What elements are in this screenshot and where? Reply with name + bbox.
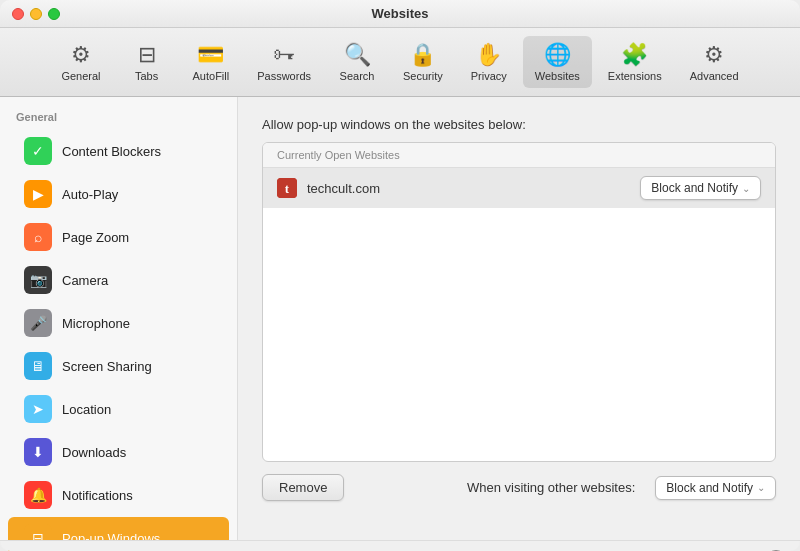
toolbar-item-security[interactable]: 🔒Security [391, 36, 455, 88]
general-icon: ⚙ [71, 42, 91, 68]
screen-sharing-icon: 🖥 [24, 352, 52, 380]
title-bar: Websites [0, 0, 800, 28]
websites-icon: 🌐 [544, 42, 571, 68]
main-content: General ✓Content Blockers▶Auto-Play⌕Page… [0, 97, 800, 540]
other-websites-action: Block and Notify [666, 481, 753, 495]
notifications-label: Notifications [62, 488, 133, 503]
passwords-label: Passwords [257, 70, 311, 82]
website-name: techcult.com [307, 181, 640, 196]
traffic-lights [12, 8, 60, 20]
extensions-icon: 🧩 [621, 42, 648, 68]
toolbar-item-tabs[interactable]: ⊟Tabs [117, 36, 177, 88]
security-label: Security [403, 70, 443, 82]
sidebar-item-screen-sharing[interactable]: 🖥Screen Sharing [8, 345, 229, 387]
sidebar-item-camera[interactable]: 📷Camera [8, 259, 229, 301]
extensions-label: Extensions [608, 70, 662, 82]
downloads-icon: ⬇ [24, 438, 52, 466]
location-icon: ➤ [24, 395, 52, 423]
sidebar-items: ✓Content Blockers▶Auto-Play⌕Page Zoom📷Ca… [0, 130, 237, 551]
minimize-button[interactable] [30, 8, 42, 20]
toolbar-item-passwords[interactable]: 🗝Passwords [245, 36, 323, 88]
table-rows: ttechcult.comBlock and Notify ⌄ [263, 168, 775, 208]
window-title: Websites [372, 6, 429, 21]
content-blockers-icon: ✓ [24, 137, 52, 165]
chevron-down-icon: ⌄ [757, 482, 765, 493]
remove-button[interactable]: Remove [262, 474, 344, 501]
toolbar: ⚙General⊟Tabs💳AutoFill🗝Passwords🔍Search🔒… [0, 28, 800, 97]
auto-play-icon: ▶ [24, 180, 52, 208]
other-websites-label: When visiting other websites: [356, 480, 635, 495]
downloads-label: Downloads [62, 445, 126, 460]
panel-title: Allow pop-up windows on the websites bel… [262, 117, 776, 132]
table-header: Currently Open Websites [263, 143, 775, 168]
tabs-label: Tabs [135, 70, 158, 82]
page-zoom-label: Page Zoom [62, 230, 129, 245]
microphone-label: Microphone [62, 316, 130, 331]
bottom-section: ? [0, 540, 800, 551]
svg-text:t: t [285, 181, 290, 196]
security-icon: 🔒 [409, 42, 436, 68]
website-favicon: t [277, 178, 297, 198]
notifications-icon: 🔔 [24, 481, 52, 509]
privacy-label: Privacy [471, 70, 507, 82]
sidebar-item-auto-play[interactable]: ▶Auto-Play [8, 173, 229, 215]
other-websites-dropdown[interactable]: Block and Notify ⌄ [655, 476, 776, 500]
bottom-bar: Remove When visiting other websites: Blo… [262, 474, 776, 501]
sidebar-section-label: General [0, 107, 237, 129]
websites-label: Websites [535, 70, 580, 82]
advanced-icon: ⚙ [704, 42, 724, 68]
row-action-label: Block and Notify [651, 181, 738, 195]
sidebar-item-content-blockers[interactable]: ✓Content Blockers [8, 130, 229, 172]
close-button[interactable] [12, 8, 24, 20]
microphone-icon: 🎤 [24, 309, 52, 337]
toolbar-item-autofill[interactable]: 💳AutoFill [181, 36, 242, 88]
sidebar-item-downloads[interactable]: ⬇Downloads [8, 431, 229, 473]
toolbar-item-extensions[interactable]: 🧩Extensions [596, 36, 674, 88]
location-label: Location [62, 402, 111, 417]
table-row[interactable]: ttechcult.comBlock and Notify ⌄ [263, 168, 775, 208]
screen-sharing-label: Screen Sharing [62, 359, 152, 374]
toolbar-item-general[interactable]: ⚙General [49, 36, 112, 88]
passwords-icon: 🗝 [273, 42, 295, 68]
sidebar-item-location[interactable]: ➤Location [8, 388, 229, 430]
maximize-button[interactable] [48, 8, 60, 20]
sidebar-item-notifications[interactable]: 🔔Notifications [8, 474, 229, 516]
camera-label: Camera [62, 273, 108, 288]
toolbar-item-websites[interactable]: 🌐Websites [523, 36, 592, 88]
page-zoom-icon: ⌕ [24, 223, 52, 251]
chevron-down-icon: ⌄ [742, 183, 750, 194]
right-panel: Allow pop-up windows on the websites bel… [238, 97, 800, 540]
websites-table: Currently Open Websites ttechcult.comBlo… [262, 142, 776, 462]
auto-play-label: Auto-Play [62, 187, 118, 202]
sidebar: General ✓Content Blockers▶Auto-Play⌕Page… [0, 97, 238, 540]
tabs-icon: ⊟ [138, 42, 156, 68]
autofill-label: AutoFill [193, 70, 230, 82]
general-label: General [61, 70, 100, 82]
sidebar-item-page-zoom[interactable]: ⌕Page Zoom [8, 216, 229, 258]
search-icon: 🔍 [344, 42, 371, 68]
toolbar-item-search[interactable]: 🔍Search [327, 36, 387, 88]
toolbar-item-advanced[interactable]: ⚙Advanced [678, 36, 751, 88]
toolbar-item-privacy[interactable]: ✋Privacy [459, 36, 519, 88]
autofill-icon: 💳 [197, 42, 224, 68]
content-blockers-label: Content Blockers [62, 144, 161, 159]
advanced-label: Advanced [690, 70, 739, 82]
sidebar-item-microphone[interactable]: 🎤Microphone [8, 302, 229, 344]
camera-icon: 📷 [24, 266, 52, 294]
row-action-dropdown[interactable]: Block and Notify ⌄ [640, 176, 761, 200]
search-label: Search [340, 70, 375, 82]
privacy-icon: ✋ [475, 42, 502, 68]
